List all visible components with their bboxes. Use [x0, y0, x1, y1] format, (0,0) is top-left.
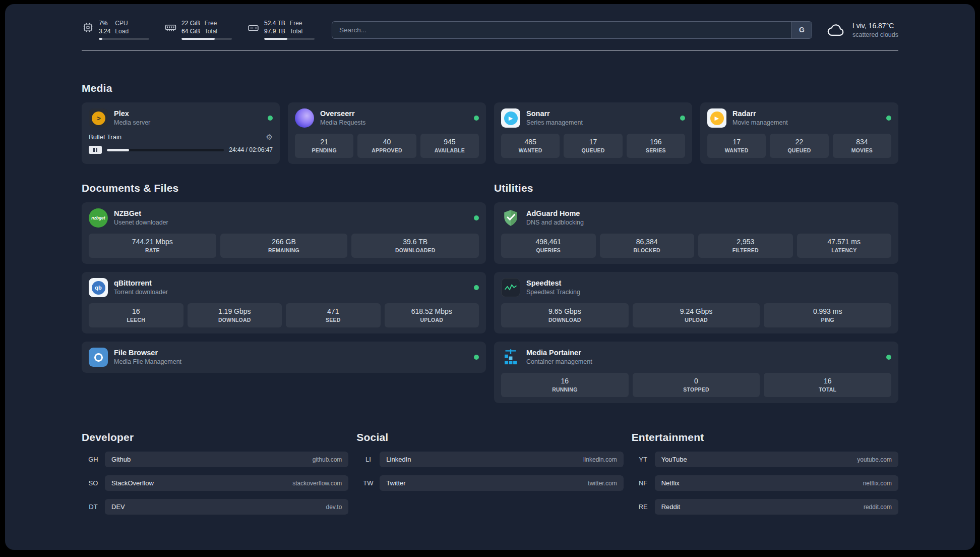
service-subtitle: Container management [526, 358, 592, 366]
bookmark-body: Reddit reddit.com [655, 499, 898, 515]
service-card-nzbget[interactable]: nzbget NZBGet Usenet downloader 744.21 M… [82, 202, 486, 264]
bookmark-body: Netflix netflix.com [655, 475, 898, 491]
service-card-speedtest[interactable]: Speedtest Speedtest Tracking 9.65 Gbps D… [494, 272, 898, 333]
stat-box: 16 TOTAL [764, 373, 891, 397]
bookmark-abbr: LI [356, 452, 380, 467]
bookmark-netflix[interactable]: NF Netflix netflix.com [632, 475, 898, 491]
stat-box: 47.571 ms LATENCY [797, 234, 892, 258]
cpu-values: 7% 3.24 [99, 20, 110, 35]
disk-total: 97.9 TB [264, 28, 285, 36]
status-dot [474, 285, 479, 290]
bookmark-abbr: TW [356, 475, 380, 491]
service-subtitle: Speedtest Tracking [526, 289, 580, 297]
search-provider-button[interactable]: G [791, 22, 812, 38]
section-title-developer: Developer [82, 431, 348, 443]
service-card-radarr[interactable]: ▶ Radarr Movie management 17 WANTED [700, 102, 898, 164]
service-card-sonarr[interactable]: ▶ Sonarr Series management 485 WANTED [494, 102, 692, 164]
disk-widget: 52.4 TB 97.9 TB Free Total [247, 20, 315, 40]
bookmark-abbr: DT [82, 499, 105, 515]
playback-progress-bar[interactable] [107, 149, 224, 151]
search-bar: G [332, 21, 812, 39]
service-name: qBittorrent [114, 278, 168, 288]
disk-icon [247, 21, 260, 34]
service-card-qbittorrent[interactable]: qb qBittorrent Torrent downloader 16 [82, 272, 486, 333]
stat-box: 744.21 Mbps RATE [89, 234, 216, 258]
service-card-filebrowser[interactable]: File Browser Media File Management [82, 342, 486, 373]
header-divider [82, 50, 898, 51]
ram-free: 22 GiB [181, 20, 200, 28]
cpu-labels: CPU Load [115, 20, 129, 35]
cloud-icon [825, 19, 846, 40]
gear-icon[interactable]: ⚙ [266, 133, 273, 141]
nzbget-icon: nzbget [89, 208, 108, 228]
filebrowser-icon [89, 348, 108, 367]
section-title-media: Media [82, 82, 898, 94]
bookmark-body: StackOverflow stackoverflow.com [105, 475, 348, 491]
service-name: Overseerr [320, 109, 365, 118]
section-developer: Developer GH Github github.com SO StackO… [82, 431, 348, 515]
stat-box: 485 WANTED [501, 134, 560, 158]
weather-widget: Lviv, 16.87°C scattered clouds [825, 19, 898, 40]
stat-box: 40 APPROVED [357, 134, 416, 158]
service-card-plex[interactable]: > Plex Media server Bullet Train ⚙ [82, 102, 280, 164]
bookmark-github[interactable]: GH Github github.com [82, 452, 348, 467]
ram-total: 64 GiB [181, 28, 200, 36]
bookmark-twitter[interactable]: TW Twitter twitter.com [356, 475, 623, 491]
service-name: NZBGet [114, 209, 168, 218]
stat-box: 2,953 FILTERED [698, 234, 793, 258]
search-input[interactable] [332, 22, 791, 38]
stat-box: 0 STOPPED [633, 373, 760, 397]
stat-box: 17 QUEUED [564, 134, 622, 158]
stat-box: 0.993 ms PING [764, 303, 891, 327]
service-name: Sonarr [526, 109, 583, 118]
ram-widget: 22 GiB 64 GiB Free Total [164, 20, 232, 40]
service-subtitle: Series management [526, 119, 583, 127]
bookmark-abbr: YT [632, 452, 655, 467]
status-dot [268, 116, 273, 121]
overseerr-icon [295, 108, 314, 128]
bookmark-dev[interactable]: DT DEV dev.to [82, 499, 348, 515]
bookmark-stackoverflow[interactable]: SO StackOverflow stackoverflow.com [82, 475, 348, 491]
qbittorrent-icon: qb [89, 278, 108, 297]
bookmark-reddit[interactable]: RE Reddit reddit.com [632, 499, 898, 515]
stat-box: 618.52 Mbps UPLOAD [385, 303, 479, 327]
disk-free: 52.4 TB [264, 20, 285, 28]
stat-box: 16 LEECH [89, 303, 183, 327]
section-title-entertainment: Entertainment [632, 431, 898, 443]
disk-values: 52.4 TB 97.9 TB [264, 20, 285, 35]
ram-values: 22 GiB 64 GiB [181, 20, 200, 35]
section-entertainment: Entertainment YT YouTube youtube.com NF … [632, 431, 898, 515]
pause-button[interactable] [89, 146, 102, 154]
portainer-crane-icon [501, 348, 520, 367]
status-dot [886, 116, 891, 121]
bookmark-youtube[interactable]: YT YouTube youtube.com [632, 452, 898, 467]
service-card-portainer[interactable]: Media Portainer Container management 16 … [494, 342, 898, 403]
bookmark-abbr: SO [82, 475, 105, 491]
section-social: Social LI LinkedIn linkedin.com TW Twitt… [356, 431, 623, 491]
cpu-percent: 7% [99, 20, 110, 28]
service-subtitle: Movie management [732, 119, 788, 127]
cpu-load: 3.24 [99, 28, 110, 36]
bookmark-linkedin[interactable]: LI LinkedIn linkedin.com [356, 452, 623, 467]
bookmark-body: LinkedIn linkedin.com [380, 452, 623, 467]
service-card-overseerr[interactable]: Overseerr Media Requests 21 PENDING 40 A… [288, 102, 486, 164]
stat-box: 266 GB REMAINING [220, 234, 348, 258]
section-documents: Documents & Files nzbget NZBGet Usenet d… [82, 182, 486, 373]
stat-box: 22 QUEUED [770, 134, 828, 158]
status-dot [474, 355, 479, 360]
service-card-adguard[interactable]: AdGuard Home DNS and adblocking 498,461 … [494, 202, 898, 264]
top-bar: 7% 3.24 CPU Load [82, 19, 898, 40]
section-utilities: Utilities [494, 182, 898, 403]
section-title-social: Social [356, 431, 623, 443]
playback-time: 24:44 / 02:06:47 [229, 146, 273, 153]
stat-box: 1.19 Gbps DOWNLOAD [188, 303, 282, 327]
cpu-icon [82, 21, 94, 34]
service-subtitle: Torrent downloader [114, 289, 168, 297]
stat-box: 196 SERIES [627, 134, 685, 158]
status-dot [474, 116, 479, 121]
resource-monitors: 7% 3.24 CPU Load [82, 20, 315, 40]
service-subtitle: Usenet downloader [114, 219, 168, 227]
stat-box: 21 PENDING [295, 134, 353, 158]
service-name: AdGuard Home [526, 209, 584, 218]
bookmark-abbr: NF [632, 475, 655, 491]
